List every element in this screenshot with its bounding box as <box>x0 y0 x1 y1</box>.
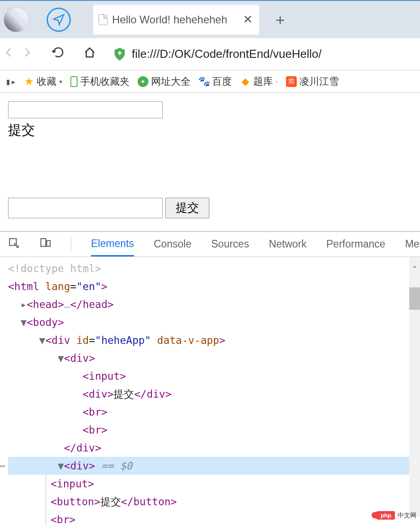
head-tag[interactable]: ▸<head>…</head> <box>8 295 420 313</box>
form-block-2: 提交 <box>8 198 412 218</box>
paw-icon: 🐾 <box>199 76 209 87</box>
baidu-bookmark[interactable]: 🐾 百度 <box>199 75 232 88</box>
br-tag[interactable]: <br> <box>8 421 420 439</box>
tiku-icon: ◆ <box>240 76 251 87</box>
text-input-1[interactable] <box>8 101 163 118</box>
tab-title: Hello World! heheheheh <box>112 13 238 26</box>
doctype-line: <!doctype html> <box>8 263 101 274</box>
mobile-favorites[interactable]: 手机收藏夹 <box>70 75 130 88</box>
svg-rect-2 <box>47 240 50 246</box>
url-text: file:///D:/OK/Code/frontEnd/vueHello/ <box>132 47 321 61</box>
app-div-tag[interactable]: ▼<div id="heheApp" data-v-app> <box>8 331 420 349</box>
star-icon: ★ <box>24 75 34 88</box>
back-button[interactable] <box>0 47 18 61</box>
lingchuan-bookmark[interactable]: 简 凌川江雪 <box>286 75 339 88</box>
page-viewport: 提交 提交 <box>0 93 420 232</box>
submit-button[interactable]: 提交 <box>165 198 209 218</box>
input-tag-1[interactable]: <input> <box>8 367 420 385</box>
br-tag[interactable]: <br> <box>51 511 420 525</box>
text-input-2[interactable] <box>8 198 163 218</box>
favorites-button[interactable]: ★ 收藏 ▾ <box>24 75 62 88</box>
favorites-label: 收藏 <box>37 75 56 88</box>
address-bar[interactable]: file:///D:/OK/Code/frontEnd/vueHello/ <box>112 43 420 65</box>
forward-button[interactable] <box>18 47 36 61</box>
submit-div-tag[interactable]: <div>提交</div> <box>8 385 420 403</box>
tab-performance[interactable]: Performance <box>326 238 385 250</box>
div-close[interactable]: </div> <box>8 439 420 457</box>
scrollbar-thumb[interactable] <box>409 287 420 310</box>
site-nav-label: 网址大全 <box>151 75 191 88</box>
devtools-panel: Elements Console Sources Network Perform… <box>0 232 420 517</box>
php-badge: php <box>374 511 395 520</box>
submit-text: 提交 <box>8 121 412 139</box>
input-tag-2[interactable]: <input> <box>51 475 420 493</box>
html-open-tag[interactable]: <html lang="en"> <box>8 278 420 295</box>
svg-rect-1 <box>41 239 46 246</box>
new-tab-button[interactable]: ＋ <box>273 9 288 30</box>
dom-tree[interactable]: ▴ <!doctype html> <html lang="en"> ▸<hea… <box>0 257 420 517</box>
phone-icon <box>70 76 78 87</box>
body-open-tag[interactable]: ▼<body> <box>8 313 420 331</box>
watermark: php 中文网 <box>374 511 416 520</box>
inner-div-1[interactable]: ▼<div> <box>8 349 420 367</box>
nav-360-icon: ✦ <box>138 76 148 87</box>
file-icon <box>99 14 108 25</box>
tiku-bookmark[interactable]: ◆ 题库 - <box>240 75 278 88</box>
tab-elements[interactable]: Elements <box>91 232 134 256</box>
selected-div-tag[interactable]: ⋯ ▼<div> == $0 <box>8 457 420 475</box>
jian-icon: 简 <box>286 76 297 87</box>
browser-tab[interactable]: Hello World! heheheheh ✕ <box>93 5 259 35</box>
br-tag[interactable]: <br> <box>8 403 420 421</box>
selected-children: <input> <button>提交</button> <br> <br> <box>46 475 420 525</box>
watermark-text: 中文网 <box>398 512 416 520</box>
close-tab-icon[interactable]: ✕ <box>243 13 253 26</box>
scrollbar[interactable]: ▴ <box>409 257 420 517</box>
shield-icon <box>112 47 127 62</box>
baidu-label: 百度 <box>212 75 232 88</box>
location-arrow-icon[interactable] <box>47 8 71 32</box>
tab-network[interactable]: Network <box>269 238 307 250</box>
reload-button[interactable] <box>49 46 67 62</box>
inspect-element-icon[interactable] <box>8 237 20 252</box>
bookmarks-bar: ▮▸ ★ 收藏 ▾ 手机收藏夹 ✦ 网址大全 🐾 百度 ◆ 题库 - 简 凌川江… <box>0 70 420 93</box>
chevron-down-icon: ▾ <box>59 78 62 85</box>
button-tag[interactable]: <button>提交</button> <box>51 493 420 511</box>
browser-tab-strip: Hello World! heheheheh ✕ ＋ <box>0 0 420 38</box>
tiku-label: 题库 <box>253 75 273 88</box>
home-button[interactable] <box>81 46 99 62</box>
extension-icon[interactable]: ▮▸ <box>5 76 16 87</box>
mobile-fav-label: 手机收藏夹 <box>80 75 130 88</box>
devtools-tabs: Elements Console Sources Network Perform… <box>0 232 420 257</box>
lingchuan-label: 凌川江雪 <box>299 75 339 88</box>
site-navigation[interactable]: ✦ 网址大全 <box>138 75 191 88</box>
profile-avatar[interactable] <box>4 7 29 32</box>
chevron-down-icon: - <box>276 78 278 85</box>
tab-memory[interactable]: Mem <box>405 238 420 250</box>
tab-sources[interactable]: Sources <box>211 238 249 250</box>
form-block-1: 提交 <box>8 101 412 139</box>
device-toolbar-icon[interactable] <box>39 237 51 252</box>
address-bar-row: file:///D:/OK/Code/frontEnd/vueHello/ <box>0 38 420 70</box>
tab-console[interactable]: Console <box>154 238 191 250</box>
